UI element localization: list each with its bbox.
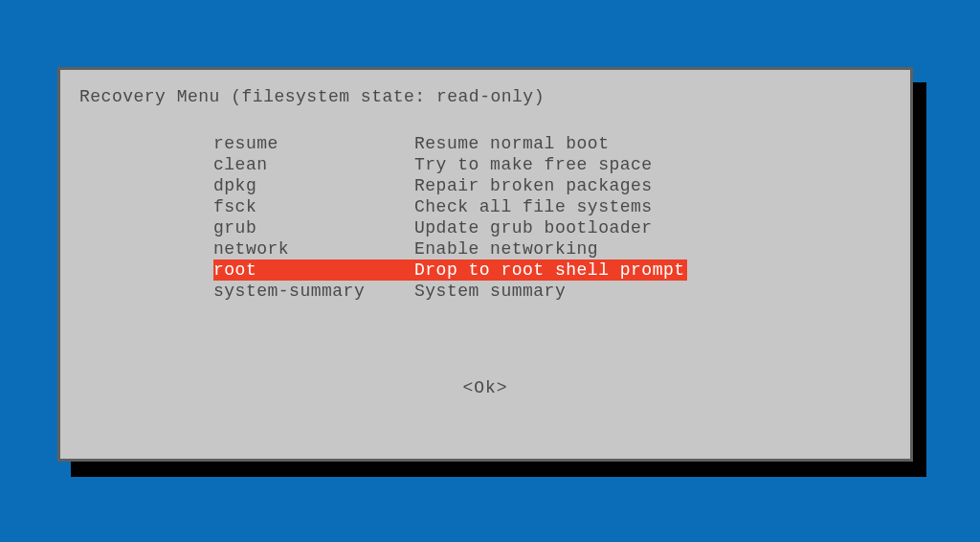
menu-item-resume[interactable]: resume Resume normal boot [213,133,891,154]
menu-desc: System summary [414,281,566,302]
menu-item-fsck[interactable]: fsck Check all file systems [213,196,891,217]
menu-desc: Try to make free space [414,154,653,175]
ok-button[interactable]: <Ok> [462,378,507,397]
menu-key: dpkg [213,175,414,196]
menu-key: fsck [213,196,414,217]
menu-item-system-summary[interactable]: system-summary System summary [213,281,891,302]
recovery-menu-dialog: Recovery Menu (filesystem state: read-on… [57,67,913,462]
menu-desc: Check all file systems [414,196,653,217]
menu-key: resume [213,133,414,154]
dialog-title: Recovery Menu (filesystem state: read-on… [79,87,891,106]
menu-key: root [213,260,414,281]
menu-item-root[interactable]: root Drop to root shell prompt [213,260,891,281]
menu-key: system-summary [213,281,414,302]
menu-item-clean[interactable]: clean Try to make free space [213,154,891,175]
menu-key: grub [213,217,414,238]
menu-item-grub[interactable]: grub Update grub bootloader [213,217,891,238]
menu-desc: Resume normal boot [414,133,609,154]
menu-key: clean [213,154,414,175]
menu-desc: Enable networking [414,238,598,260]
menu-desc: Update grub bootloader [414,217,653,238]
menu-item-network[interactable]: network Enable networking [213,238,891,260]
menu-key: network [213,238,414,260]
menu-desc: Repair broken packages [414,175,653,196]
menu-item-dpkg[interactable]: dpkg Repair broken packages [213,175,891,196]
menu-list[interactable]: resume Resume normal boot clean Try to m… [213,133,891,302]
menu-desc: Drop to root shell prompt [414,260,685,281]
